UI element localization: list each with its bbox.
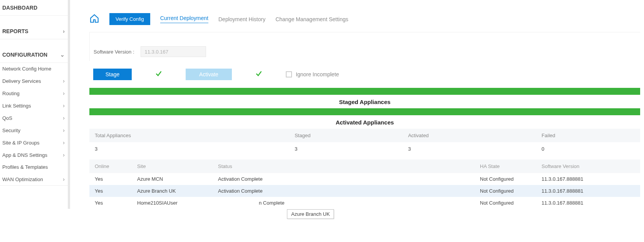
cell-sv: 11.3.0.167.888881 bbox=[536, 197, 640, 209]
sidebar-item-label: Routing bbox=[2, 91, 20, 96]
chevron-right-icon: › bbox=[63, 78, 65, 84]
appl-header-status: Status bbox=[213, 160, 475, 173]
top-tabs: Verify Config Current Deployment Deploym… bbox=[89, 0, 640, 32]
staged-progress-bar bbox=[89, 88, 640, 95]
tab-change-management-settings[interactable]: Change Management Settings bbox=[275, 16, 348, 22]
staged-appliances-title: Staged Appliances bbox=[89, 97, 640, 108]
sidebar-dashboard-label: DASHBOARD bbox=[2, 5, 37, 11]
check-icon bbox=[155, 70, 163, 79]
cell-site: Azure Branch UK bbox=[132, 185, 213, 197]
tab-current-deployment[interactable]: Current Deployment bbox=[160, 15, 208, 23]
cell-online: Yes bbox=[89, 197, 132, 209]
cell-site: Home210SIAUser bbox=[132, 197, 213, 209]
chevron-down-icon: ⌄ bbox=[60, 52, 65, 58]
tab-deployment-history[interactable]: Deployment History bbox=[218, 16, 265, 22]
cell-online: Yes bbox=[89, 173, 132, 185]
sidebar-item-site-ip-groups[interactable]: Site & IP Groups › bbox=[0, 136, 68, 149]
activated-progress-bar bbox=[89, 108, 640, 115]
version-row: Software Version : bbox=[89, 32, 640, 61]
sidebar-item-app-dns-settings[interactable]: App & DNS Settings › bbox=[0, 149, 68, 161]
sidebar-item-label: WAN Optimization bbox=[2, 176, 43, 182]
cell-status: Activation Complete bbox=[213, 173, 475, 185]
cell-ha: Not Configured bbox=[475, 197, 536, 209]
appliances-table: Online Site Status HA State Software Ver… bbox=[89, 160, 640, 209]
cell-sv: 11.3.0.167.888881 bbox=[536, 185, 640, 197]
activate-button[interactable]: Activate bbox=[186, 69, 232, 80]
sidebar-item-label: Security bbox=[2, 128, 20, 133]
stats-table: Total Appliances Staged Activated Failed… bbox=[89, 129, 640, 156]
appl-header-ha: HA State bbox=[475, 160, 536, 173]
table-row[interactable]: Yes Home210SIAUser n Complete Not Config… bbox=[89, 197, 640, 209]
cell-site: Azure MCN bbox=[132, 173, 213, 185]
version-label: Software Version : bbox=[94, 49, 134, 55]
stage-button[interactable]: Stage bbox=[93, 69, 132, 80]
stats-value-failed: 0 bbox=[536, 142, 640, 156]
cell-ha: Not Configured bbox=[475, 173, 536, 185]
chevron-right-icon: › bbox=[63, 127, 65, 133]
cell-status: Activation Complete bbox=[213, 185, 475, 197]
sidebar: DASHBOARD REPORTS › CONFIGURATION ⌄ Netw… bbox=[0, 0, 70, 209]
sidebar-item-qos[interactable]: QoS › bbox=[0, 112, 68, 124]
chevron-right-icon: › bbox=[63, 139, 65, 146]
stats-value-staged: 3 bbox=[289, 142, 402, 156]
cell-ha: Not Configured bbox=[475, 185, 536, 197]
stats-header-activated: Activated bbox=[402, 129, 536, 142]
table-row[interactable]: Yes Azure Branch UK Activation Complete … bbox=[89, 185, 640, 197]
sidebar-item-network-config-home[interactable]: Network Config Home bbox=[0, 63, 68, 75]
chevron-right-icon: › bbox=[63, 28, 65, 34]
appl-header-online: Online bbox=[89, 160, 132, 173]
chevron-right-icon: › bbox=[63, 103, 65, 109]
sidebar-item-wan-optimization[interactable]: WAN Optimization › bbox=[0, 173, 68, 186]
sidebar-item-security[interactable]: Security › bbox=[0, 124, 68, 136]
appl-header-sv: Software Version bbox=[536, 160, 640, 173]
sidebar-item-label: Link Settings bbox=[2, 103, 31, 109]
cell-sv: 11.3.0.167.888881 bbox=[536, 173, 640, 185]
sidebar-item-label: App & DNS Settings bbox=[2, 152, 47, 158]
sidebar-item-label: Delivery Services bbox=[2, 78, 41, 84]
chevron-right-icon: › bbox=[63, 176, 65, 182]
sidebar-section-reports[interactable]: REPORTS › bbox=[0, 24, 68, 39]
verify-config-button[interactable]: Verify Config bbox=[109, 13, 150, 25]
home-icon[interactable] bbox=[89, 13, 99, 25]
sidebar-item-profiles-templates[interactable]: Profiles & Templates bbox=[0, 161, 68, 173]
sidebar-section-dashboard[interactable]: DASHBOARD bbox=[0, 0, 68, 16]
sidebar-item-delivery-services[interactable]: Delivery Services › bbox=[0, 75, 68, 87]
ignore-incomplete-checkbox[interactable]: Ignore Incomplete bbox=[286, 71, 339, 77]
checkbox-icon bbox=[286, 71, 292, 77]
sidebar-item-label: QoS bbox=[2, 115, 12, 121]
chevron-right-icon: › bbox=[63, 152, 65, 158]
appl-header-site: Site bbox=[132, 160, 213, 173]
sidebar-configuration-label: CONFIGURATION bbox=[2, 52, 47, 58]
sidebar-item-label: Network Config Home bbox=[2, 66, 51, 72]
software-version-input[interactable] bbox=[141, 46, 206, 57]
sidebar-section-configuration[interactable]: CONFIGURATION ⌄ bbox=[0, 47, 68, 63]
stats-value-activated: 3 bbox=[402, 142, 536, 156]
stats-header-total: Total Appliances bbox=[89, 129, 289, 142]
stats-value-total: 3 bbox=[89, 142, 289, 156]
sidebar-item-link-settings[interactable]: Link Settings › bbox=[0, 99, 68, 112]
sidebar-item-label: Profiles & Templates bbox=[2, 164, 48, 170]
chevron-right-icon: › bbox=[63, 115, 65, 121]
actions-row: Stage Activate Ignore Incomplete bbox=[89, 61, 640, 88]
cell-online: Yes bbox=[89, 185, 132, 197]
stats-header-staged: Staged bbox=[289, 129, 402, 142]
sidebar-item-label: Site & IP Groups bbox=[2, 140, 40, 146]
check-icon bbox=[255, 70, 263, 79]
main-content: Verify Config Current Deployment Deploym… bbox=[70, 0, 644, 209]
activated-appliances-title: Activated Appliances bbox=[89, 118, 640, 129]
cell-status: n Complete bbox=[213, 197, 475, 209]
sidebar-reports-label: REPORTS bbox=[2, 28, 29, 34]
sidebar-item-routing[interactable]: Routing › bbox=[0, 87, 68, 99]
ignore-incomplete-label: Ignore Incomplete bbox=[296, 71, 339, 77]
stats-header-failed: Failed bbox=[536, 129, 640, 142]
table-row[interactable]: Yes Azure MCN Activation Complete Not Co… bbox=[89, 173, 640, 185]
chevron-right-icon: › bbox=[63, 90, 65, 96]
